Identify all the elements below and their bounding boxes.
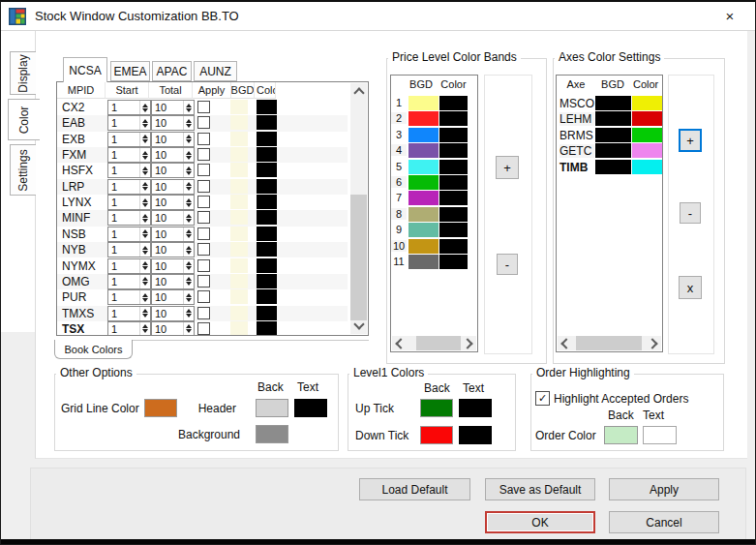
total-spinner[interactable]: 10: [151, 258, 195, 274]
color-swatch[interactable]: [257, 242, 277, 257]
bgd-color-swatch[interactable]: [230, 258, 248, 273]
apply-checkbox[interactable]: [197, 211, 210, 224]
spinner-arrows-icon[interactable]: [183, 133, 194, 146]
spinner-arrows-icon[interactable]: [183, 290, 194, 304]
tab-ncsa[interactable]: NCSA: [63, 57, 107, 82]
spinner-arrows-icon[interactable]: [139, 196, 150, 209]
apply-checkbox[interactable]: [197, 307, 210, 319]
spinner-arrows-icon[interactable]: [139, 164, 150, 177]
band-bgd-swatch[interactable]: [408, 160, 438, 174]
start-spinner[interactable]: 1: [107, 115, 151, 131]
apply-checkbox[interactable]: [197, 116, 210, 129]
band-color-swatch[interactable]: [439, 223, 468, 237]
total-spinner[interactable]: 10: [151, 321, 195, 336]
color-swatch[interactable]: [257, 115, 277, 130]
total-spinner[interactable]: 10: [151, 242, 195, 257]
total-spinner[interactable]: 10: [151, 100, 195, 115]
start-spinner[interactable]: 1: [107, 321, 151, 336]
band-color-swatch[interactable]: [439, 96, 468, 110]
spinner-arrows-icon[interactable]: [183, 196, 194, 209]
total-spinner[interactable]: 10: [151, 115, 195, 131]
scrollbar-thumb[interactable]: [350, 195, 367, 320]
spinner-arrows-icon[interactable]: [139, 259, 150, 273]
axe-bgd-swatch[interactable]: [595, 160, 631, 174]
color-swatch[interactable]: [257, 100, 277, 114]
bgd-color-swatch[interactable]: [230, 179, 248, 194]
spinner-arrows-icon[interactable]: [139, 322, 150, 336]
color-swatch[interactable]: [257, 274, 277, 288]
add-axe-button[interactable]: +: [679, 129, 702, 152]
total-spinner[interactable]: 10: [151, 147, 195, 163]
scroll-left-icon[interactable]: [395, 338, 406, 348]
color-swatch[interactable]: [257, 321, 277, 336]
add-band-button[interactable]: +: [496, 156, 519, 179]
apply-checkbox[interactable]: [197, 164, 210, 176]
book-colors-bottom-tab[interactable]: Book Colors: [54, 340, 133, 359]
spinner-arrows-icon[interactable]: [139, 101, 150, 114]
spinner-arrows-icon[interactable]: [183, 164, 194, 177]
apply-checkbox[interactable]: [197, 259, 210, 272]
band-bgd-swatch[interactable]: [408, 223, 438, 237]
band-bgd-swatch[interactable]: [408, 111, 438, 126]
total-spinner[interactable]: 10: [151, 227, 195, 242]
total-spinner[interactable]: 10: [151, 289, 195, 305]
spinner-arrows-icon[interactable]: [183, 148, 194, 162]
band-bgd-swatch[interactable]: [408, 255, 438, 269]
down-tick-back-swatch[interactable]: [420, 426, 453, 444]
down-tick-text-swatch[interactable]: [459, 426, 492, 444]
apply-checkbox[interactable]: [197, 133, 210, 145]
spinner-arrows-icon[interactable]: [183, 180, 194, 194]
apply-checkbox[interactable]: [197, 196, 210, 208]
bgd-color-swatch[interactable]: [230, 132, 248, 146]
scroll-up-icon[interactable]: [353, 87, 364, 98]
remove-axe-button[interactable]: -: [680, 202, 701, 224]
color-swatch[interactable]: [257, 147, 277, 162]
total-spinner[interactable]: 10: [151, 274, 195, 289]
load-default-button[interactable]: Load Default: [359, 478, 470, 500]
axe-color-swatch[interactable]: [632, 143, 662, 158]
bgd-color-swatch[interactable]: [230, 289, 248, 304]
spinner-arrows-icon[interactable]: [183, 259, 194, 273]
bgd-color-swatch[interactable]: [230, 195, 248, 209]
start-spinner[interactable]: 1: [107, 147, 151, 163]
bgd-color-swatch[interactable]: [230, 242, 248, 257]
scroll-right-icon[interactable]: [647, 338, 657, 348]
color-swatch[interactable]: [257, 195, 277, 209]
spinner-arrows-icon[interactable]: [183, 227, 194, 241]
total-spinner[interactable]: 10: [151, 210, 195, 226]
band-bgd-swatch[interactable]: [408, 143, 438, 158]
start-spinner[interactable]: 1: [107, 210, 151, 226]
spinner-arrows-icon[interactable]: [183, 116, 194, 130]
bgd-color-swatch[interactable]: [230, 274, 248, 288]
remove-band-button[interactable]: -: [497, 254, 518, 275]
start-spinner[interactable]: 1: [107, 195, 151, 210]
delete-axe-button[interactable]: x: [679, 276, 702, 299]
color-swatch[interactable]: [257, 227, 277, 241]
order-text-swatch[interactable]: [643, 426, 677, 444]
bgd-color-swatch[interactable]: [230, 210, 248, 225]
background-swatch[interactable]: [256, 425, 288, 443]
horizontal-scrollbar[interactable]: [558, 336, 661, 350]
start-spinner[interactable]: 1: [107, 179, 151, 195]
apply-checkbox[interactable]: [197, 275, 210, 288]
start-spinner[interactable]: 1: [107, 227, 151, 242]
apply-checkbox[interactable]: [197, 290, 210, 303]
start-spinner[interactable]: 1: [107, 306, 151, 321]
bgd-color-swatch[interactable]: [230, 147, 248, 162]
total-spinner[interactable]: 10: [151, 132, 195, 147]
bgd-color-swatch[interactable]: [230, 115, 248, 130]
total-spinner[interactable]: 10: [151, 306, 195, 321]
apply-checkbox[interactable]: [197, 180, 210, 193]
grid-line-color-swatch[interactable]: [144, 399, 177, 417]
axe-bgd-swatch[interactable]: [595, 128, 631, 142]
ok-button[interactable]: OK: [485, 511, 595, 533]
band-color-swatch[interactable]: [439, 111, 468, 126]
start-spinner[interactable]: 1: [107, 258, 151, 274]
order-back-swatch[interactable]: [604, 426, 638, 444]
spinner-arrows-icon[interactable]: [183, 211, 194, 225]
apply-checkbox[interactable]: [197, 101, 210, 113]
spinner-arrows-icon[interactable]: [139, 243, 150, 257]
band-bgd-swatch[interactable]: [408, 96, 438, 110]
total-spinner[interactable]: 10: [151, 179, 195, 195]
color-swatch[interactable]: [257, 210, 277, 225]
